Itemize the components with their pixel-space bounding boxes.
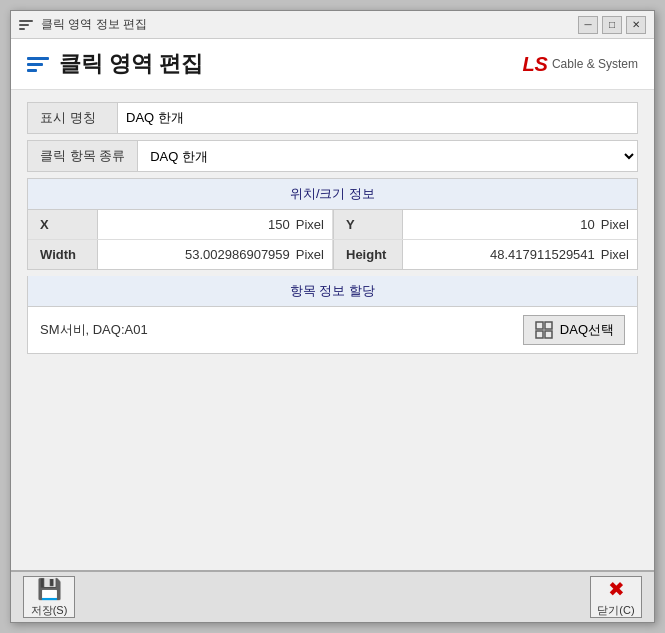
close-label: 닫기(C)	[597, 603, 634, 618]
footer: 💾 저장(S) ✖ 닫기(C)	[11, 570, 654, 622]
svg-rect-2	[536, 331, 543, 338]
click-label: 클릭 항목 종류	[28, 141, 138, 171]
daq-icon	[534, 320, 554, 340]
main-window: 클릭 영역 정보 편집 ─ □ ✕ 클릭 영역 편집 LS Cable & Sy…	[10, 10, 655, 623]
svg-rect-1	[545, 322, 552, 329]
close-x-icon: ✖	[608, 577, 625, 601]
logo-text: Cable & System	[552, 57, 638, 71]
svg-rect-0	[536, 322, 543, 329]
display-input[interactable]	[118, 105, 637, 132]
y-label: Y	[333, 210, 403, 239]
y-value: 10 Pixel	[403, 210, 637, 239]
titlebar-icon	[19, 17, 35, 33]
header-left: 클릭 영역 편집	[27, 49, 203, 79]
wh-row: Width 53.002986907959 Pixel Height 48.41…	[28, 240, 637, 269]
logo-ls: LS	[522, 53, 548, 76]
position-grid: X 150 Pixel Y 10 Pixel Width 53.00298690…	[27, 210, 638, 270]
height-value: 48.417911529541 Pixel	[403, 240, 637, 269]
header-title: 클릭 영역 편집	[59, 49, 203, 79]
daq-button-label: DAQ선택	[560, 321, 614, 339]
save-label: 저장(S)	[31, 603, 68, 618]
x-value: 150 Pixel	[98, 210, 333, 239]
titlebar-title: 클릭 영역 정보 편집	[41, 16, 572, 33]
logo: LS Cable & System	[522, 53, 638, 76]
close-button[interactable]: ✕	[626, 16, 646, 34]
height-label: Height	[333, 240, 403, 269]
minimize-button[interactable]: ─	[578, 16, 598, 34]
save-button[interactable]: 💾 저장(S)	[23, 576, 75, 618]
close-btn[interactable]: ✖ 닫기(C)	[590, 576, 642, 618]
click-type-row: 클릭 항목 종류 DAQ 한개	[27, 140, 638, 172]
click-select[interactable]: DAQ 한개	[138, 143, 637, 170]
position-section-header: 위치/크기 정보	[27, 178, 638, 210]
xy-row: X 150 Pixel Y 10 Pixel	[28, 210, 637, 240]
display-name-row: 표시 명칭	[27, 102, 638, 134]
header: 클릭 영역 편집 LS Cable & System	[11, 39, 654, 90]
item-row: SM서비, DAQ:A01 DAQ선택	[27, 307, 638, 354]
maximize-button[interactable]: □	[602, 16, 622, 34]
titlebar-controls: ─ □ ✕	[578, 16, 646, 34]
titlebar: 클릭 영역 정보 편집 ─ □ ✕	[11, 11, 654, 39]
display-label: 표시 명칭	[28, 103, 118, 133]
x-label: X	[28, 210, 98, 239]
svg-rect-3	[545, 331, 552, 338]
width-value: 53.002986907959 Pixel	[98, 240, 333, 269]
width-label: Width	[28, 240, 98, 269]
menu-icon	[27, 57, 49, 72]
daq-select-button[interactable]: DAQ선택	[523, 315, 625, 345]
item-section-header: 항목 정보 할당	[27, 276, 638, 307]
save-icon: 💾	[37, 577, 62, 601]
item-text: SM서비, DAQ:A01	[40, 321, 523, 339]
content-area: 표시 명칭 클릭 항목 종류 DAQ 한개 위치/크기 정보 X 150 Pix…	[11, 90, 654, 570]
